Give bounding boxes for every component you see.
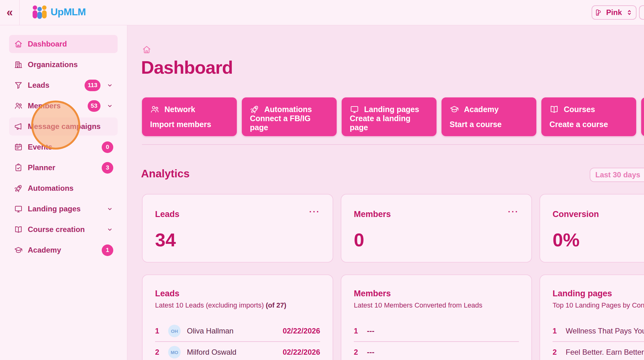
updown-chevron-icon (626, 9, 633, 16)
row-index: 1 (553, 327, 559, 335)
sidebar-item-label: Leads (28, 81, 49, 90)
sidebar-item-label: Automations (28, 184, 74, 193)
action-subtitle: Connect a FB/IG page (250, 114, 329, 132)
building-icon (14, 60, 23, 69)
theme-selector-value: Pink (606, 8, 622, 17)
logo-people-icon (32, 5, 47, 19)
funnel-icon (14, 81, 23, 90)
sidebar-item-academy[interactable]: Academy 1 (9, 241, 118, 259)
logo-text: UpMLM (51, 6, 86, 18)
lead-row[interactable]: 1 OH Oliva Hallman 02/22/2026 (155, 321, 320, 342)
action-card-courses[interactable]: Courses Create a course (541, 97, 636, 136)
lead-name: Milford Oswald (187, 348, 276, 357)
stat-card-leads: Leads ··· 34 (142, 194, 333, 263)
sidebar-item-dashboard[interactable]: Dashboard (9, 35, 118, 53)
sidebar-item-members[interactable]: Members 53 (9, 97, 118, 115)
landing-page-name: Feel Better. Earn Better. (566, 348, 644, 357)
book-icon (549, 105, 559, 114)
sidebar-item-events[interactable]: Events 0 (9, 138, 118, 156)
events-count-badge: 0 (102, 141, 113, 153)
stats-row: Leads ··· 34 Members ··· 0 Conversion 0% (142, 194, 644, 263)
sidebar-item-organizations[interactable]: Organizations (9, 56, 118, 74)
chevron-down-icon[interactable] (106, 205, 113, 212)
sidebar-item-label: Academy (28, 246, 61, 254)
avatar: OH (168, 325, 181, 337)
member-row[interactable]: 2 --- (354, 342, 519, 360)
action-subtitle: Create a landing page (350, 114, 428, 132)
row-index: 2 (155, 348, 162, 357)
list-subtitle: Top 10 Landing Pages by Convers (553, 301, 644, 309)
row-index: 1 (354, 327, 361, 335)
megaphone-icon (14, 122, 23, 131)
list-card-members: Members Latest 10 Members Converted from… (341, 274, 532, 360)
stat-label: Leads (155, 210, 179, 219)
list-subtitle: Latest 10 Members Converted from Leads (354, 301, 519, 309)
chevron-down-icon[interactable] (106, 102, 113, 109)
sidebar-item-planner[interactable]: Planner 3 (9, 159, 118, 177)
sidebar-item-landing-pages[interactable]: Landing pages (9, 200, 118, 218)
lead-date: 02/22/2026 (283, 327, 320, 335)
action-card-landing-pages[interactable]: Landing pages Create a landing page (342, 97, 437, 136)
chevron-down-icon[interactable] (106, 82, 113, 89)
partial-header-button[interactable] (639, 5, 644, 20)
lead-date: 02/22/2026 (283, 348, 320, 357)
sidebar-item-message-campaigns[interactable]: Message campaigns (9, 117, 118, 136)
list-title: Leads (155, 289, 320, 298)
chevron-down-icon[interactable] (106, 226, 113, 233)
home-icon (142, 45, 151, 54)
lists-row: Leads Latest 10 Leads (excluding imports… (142, 274, 644, 360)
graduation-cap-icon (14, 246, 23, 254)
landing-page-row[interactable]: 2 Feel Better. Earn Better. (553, 342, 644, 360)
action-card-network[interactable]: Network Import members (142, 97, 237, 136)
quick-actions-row: Network Import members Automations Conne… (142, 97, 644, 136)
app-logo[interactable]: UpMLM (32, 5, 86, 19)
members-count-badge: 53 (88, 100, 100, 112)
list-subtitle-text: Latest 10 Leads (excluding imports) (155, 301, 266, 309)
collapse-sidebar-icon: « (7, 6, 13, 19)
list-title: Members (354, 289, 519, 298)
calendar-icon (14, 143, 23, 151)
lead-row[interactable]: 2 MO Milford Oswald 02/22/2026 (155, 342, 320, 360)
action-title: Landing pages (364, 105, 419, 114)
people-icon (150, 105, 159, 114)
member-name: --- (367, 348, 374, 357)
card-menu-ellipsis[interactable]: ··· (508, 210, 519, 214)
landing-page-row[interactable]: 1 Wellness That Pays You Back (553, 321, 644, 342)
planner-count-badge: 3 (102, 162, 113, 174)
sidebar-item-label: Members (28, 101, 61, 110)
app-window: « UpMLM Pink Dashboard Organizations (0, 0, 644, 360)
action-subtitle: Start a course (450, 120, 528, 129)
date-range-selector[interactable]: Last 30 days 01/2 (590, 168, 644, 182)
monitor-icon (350, 105, 359, 114)
graduation-cap-icon (450, 105, 459, 114)
action-card-partial[interactable] (641, 97, 644, 136)
analytics-section-title: Analytics (141, 167, 190, 180)
row-index: 1 (155, 327, 162, 335)
collapse-sidebar-button[interactable]: « (0, 0, 20, 25)
sidebar-item-leads[interactable]: Leads 113 (9, 76, 118, 94)
list-card-leads: Leads Latest 10 Leads (excluding imports… (142, 274, 333, 360)
breadcrumb-home[interactable] (142, 45, 151, 56)
stat-label: Conversion (553, 210, 599, 219)
action-card-academy[interactable]: Academy Start a course (442, 97, 536, 136)
sidebar: Dashboard Organizations Leads 113 Member… (0, 25, 127, 360)
date-range-label: Last 30 days (595, 170, 640, 179)
list-subtitle-count: (of 27) (266, 301, 286, 309)
card-menu-ellipsis[interactable]: ··· (309, 210, 320, 214)
sidebar-item-automations[interactable]: Automations (9, 179, 118, 197)
action-title: Academy (464, 105, 499, 114)
action-title: Network (164, 105, 195, 114)
theme-selector[interactable]: Pink (592, 5, 637, 20)
sidebar-item-label: Message campaigns (28, 122, 100, 131)
rocket-icon (14, 184, 23, 193)
member-name: --- (367, 327, 374, 335)
stat-value: 0 (354, 229, 519, 251)
sidebar-item-label: Dashboard (28, 40, 67, 48)
sidebar-item-course-creation[interactable]: Course creation (9, 220, 118, 239)
top-bar: « UpMLM Pink (0, 0, 644, 25)
action-card-automations[interactable]: Automations Connect a FB/IG page (242, 97, 337, 136)
monitor-icon (14, 205, 23, 213)
action-title: Courses (564, 105, 595, 114)
member-row[interactable]: 1 --- (354, 321, 519, 342)
home-icon (14, 40, 23, 48)
